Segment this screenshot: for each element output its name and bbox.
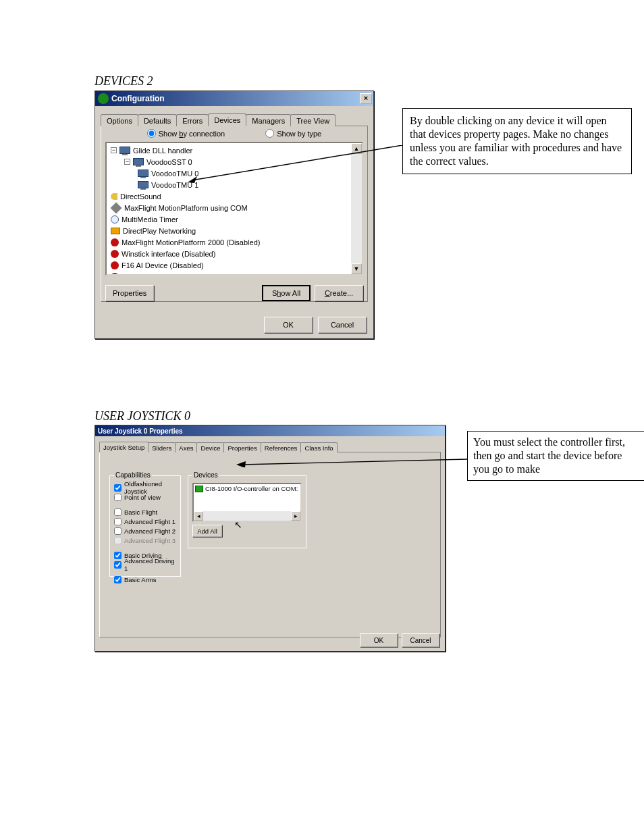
- expander-icon[interactable]: [111, 147, 117, 153]
- tab-properties[interactable]: Properties: [223, 442, 261, 452]
- callout-devices: By double clicking on any device it will…: [402, 108, 632, 174]
- disabled-icon: [111, 238, 119, 246]
- radio-show-by-connection[interactable]: Show by connection: [147, 129, 225, 138]
- cb-basic-arms[interactable]: [114, 576, 122, 583]
- tab-joystick-setup[interactable]: Joystick Setup: [99, 442, 149, 452]
- timer-icon: [111, 215, 119, 224]
- cb-adv-flight3: [114, 537, 122, 544]
- monitor-icon: [138, 181, 149, 188]
- tab-axes[interactable]: Axes: [175, 442, 197, 452]
- titlebar[interactable]: User Joystick 0 Properties: [95, 425, 445, 436]
- radio-show-by-type[interactable]: Show by type: [265, 129, 321, 138]
- properties-button[interactable]: Properties: [105, 285, 154, 301]
- radio-by-connection-input[interactable]: [147, 129, 156, 138]
- cb-oldfashioned[interactable]: [114, 484, 122, 492]
- tree-item-voodoosst0[interactable]: VoodooSST 0: [146, 158, 192, 166]
- tree-item-glide[interactable]: Glide DLL handler: [133, 147, 192, 155]
- titlebar[interactable]: Configuration ×: [95, 91, 373, 106]
- ok-button[interactable]: OK: [264, 317, 313, 333]
- tree-item-mmtimer[interactable]: MultiMedia Timer: [122, 215, 178, 224]
- controller-icon: [195, 486, 203, 492]
- create-button[interactable]: Create...: [315, 285, 363, 301]
- monitor-icon: [138, 170, 149, 177]
- disabled-icon: [111, 250, 119, 258]
- show-all-button[interactable]: Show All: [262, 285, 311, 301]
- cb-adv-flight2-label: Advanced Flight 2: [124, 527, 176, 535]
- heading-joystick: USER JOYSTICK 0: [95, 409, 190, 423]
- device-entry-label: CI8-1000 I/O-controller on COM:: [205, 485, 298, 492]
- scroll-up-icon[interactable]: ▲: [351, 143, 362, 154]
- window-title: User Joystick 0 Properties: [98, 427, 183, 435]
- tab-managers[interactable]: Managers: [246, 114, 291, 126]
- tab-device[interactable]: Device: [196, 442, 224, 452]
- tab-defaults[interactable]: Defaults: [138, 114, 177, 126]
- cb-basic-driving[interactable]: [114, 552, 122, 559]
- callout-joystick: You must select the controller first, th…: [467, 431, 644, 481]
- cb-adv-flight1[interactable]: [114, 518, 122, 525]
- cb-adv-flight1-label: Advanced Flight 1: [124, 518, 176, 525]
- cb-pov-label: Point of view: [124, 494, 161, 501]
- window-title: Configuration: [111, 94, 165, 103]
- add-all-button[interactable]: Add All: [192, 525, 222, 537]
- app-icon: [98, 93, 109, 104]
- cb-basic-flight-label: Basic Flight: [124, 509, 157, 516]
- diamond-icon: [111, 202, 122, 213]
- monitor-icon: [119, 147, 130, 154]
- devices-list[interactable]: CI8-1000 I/O-controller on COM: ◂ ▸: [192, 483, 302, 522]
- cb-pov[interactable]: [114, 494, 122, 501]
- configuration-dialog: Configuration × Options Defaults Errors …: [95, 90, 374, 339]
- cancel-button[interactable]: Cancel: [318, 317, 367, 333]
- tree-item-f16ride[interactable]: F16 Ride joystick (Disabled): [122, 273, 214, 276]
- cb-basic-flight[interactable]: [114, 509, 122, 516]
- disabled-icon: [111, 261, 119, 269]
- device-row[interactable]: CI8-1000 I/O-controller on COM:: [194, 484, 300, 493]
- tree-item-voodootmu1[interactable]: VoodooTMU 1: [151, 181, 198, 189]
- tree-item-directsound[interactable]: DirectSound: [120, 192, 161, 201]
- tab-devices[interactable]: Devices: [208, 113, 246, 126]
- tree-item-voodootmu0[interactable]: VoodooTMU 0: [151, 170, 198, 178]
- cb-adv-driving1-label: Advanced Driving 1: [124, 557, 176, 572]
- cb-adv-flight2[interactable]: [114, 527, 122, 535]
- cursor-icon: ↖: [234, 519, 242, 530]
- disabled-icon: [111, 273, 119, 276]
- close-button[interactable]: ×: [360, 93, 372, 104]
- vertical-scrollbar[interactable]: ▲ ▼: [351, 143, 362, 274]
- cb-basic-arms-label: Basic Arms: [124, 576, 157, 583]
- horizontal-scrollbar[interactable]: ◂ ▸: [194, 511, 300, 521]
- tab-treeview[interactable]: Tree View: [290, 114, 336, 126]
- scroll-down-icon[interactable]: ▼: [351, 263, 362, 274]
- joystick-properties-dialog: User Joystick 0 Properties Joystick Setu…: [95, 425, 446, 652]
- ok-button[interactable]: OK: [360, 633, 398, 647]
- devices-legend: Devices: [192, 471, 219, 479]
- tabstrip: Joystick Setup Sliders Axes Device Prope…: [99, 440, 441, 452]
- scroll-left-icon[interactable]: ◂: [194, 511, 203, 521]
- tree-item-f16ai[interactable]: F16 AI Device (Disabled): [122, 261, 204, 269]
- tab-sliders[interactable]: Sliders: [148, 442, 176, 452]
- cb-adv-driving1[interactable]: [114, 561, 122, 569]
- tab-options[interactable]: Options: [101, 114, 138, 126]
- device-tree[interactable]: Glide DLL handler VoodooSST 0 VoodooTMU …: [105, 142, 363, 276]
- tab-references[interactable]: References: [261, 442, 302, 452]
- cancel-button[interactable]: Cancel: [402, 633, 439, 647]
- tab-errors[interactable]: Errors: [176, 114, 209, 126]
- capabilities-legend: Capabilities: [114, 471, 152, 479]
- speaker-icon: [111, 193, 117, 200]
- tree-item-mf2000[interactable]: MaxFlight MotionPlatform 2000 (Disabled): [122, 238, 260, 246]
- heading-devices2: DEVICES 2: [95, 74, 153, 88]
- tree-item-directplay[interactable]: DirectPlay Networking: [123, 227, 196, 235]
- radio-by-connection-label: Show by connection: [159, 130, 225, 138]
- devices-group: Devices CI8-1000 I/O-controller on COM: …: [188, 475, 306, 548]
- tree-item-mfcom[interactable]: MaxFlight MotionPlatform using COM: [124, 204, 248, 212]
- expander-icon[interactable]: [124, 159, 130, 165]
- capabilities-group: Capabilities Oldfashioned Joystick Point…: [109, 475, 181, 577]
- scroll-right-icon[interactable]: ▸: [291, 511, 300, 521]
- tab-classinfo[interactable]: Class Info: [300, 442, 337, 452]
- radio-by-type-label: Show by type: [277, 130, 321, 138]
- cb-adv-flight3-label: Advanced Flight 3: [124, 537, 176, 544]
- network-icon: [111, 228, 120, 234]
- tree-item-winstick[interactable]: Winstick interface (Disabled): [122, 250, 215, 258]
- monitor-icon: [133, 158, 144, 165]
- radio-by-type-input[interactable]: [265, 129, 274, 138]
- tabstrip: Options Defaults Errors Devices Managers…: [101, 111, 368, 126]
